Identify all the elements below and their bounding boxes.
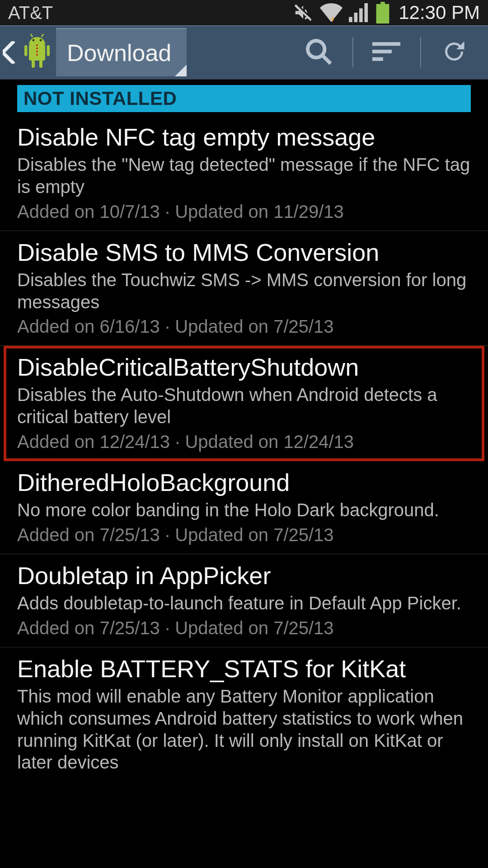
- list-item[interactable]: Disable NFC tag empty message Disables t…: [0, 116, 488, 231]
- module-description: Disables the Touchwiz SMS -> MMS convers…: [17, 269, 471, 313]
- carrier-label: AT&T: [8, 3, 53, 23]
- svg-line-11: [42, 34, 43, 37]
- module-description: No more color banding in the Holo Dark b…: [17, 499, 471, 521]
- status-bar: AT&T 12:30 PM: [0, 0, 488, 25]
- svg-point-9: [40, 39, 42, 41]
- tab-dropdown[interactable]: Download: [56, 28, 187, 76]
- module-list: Disable NFC tag empty message Disables t…: [0, 116, 488, 784]
- module-description: Disables the "New tag detected" message …: [17, 154, 471, 198]
- sort-icon: [372, 41, 400, 64]
- module-meta: Added on 6/16/13 · Updated on 7/25/13: [17, 316, 471, 337]
- list-item[interactable]: Disable SMS to MMS Conversion Disables t…: [0, 231, 488, 346]
- list-item[interactable]: DitheredHoloBackground No more color ban…: [0, 461, 488, 554]
- wifi-icon: [320, 2, 343, 23]
- svg-rect-15: [39, 60, 42, 68]
- list-item[interactable]: Doubletap in AppPicker Adds doubletap-to…: [0, 554, 488, 647]
- module-title: Doubletap in AppPicker: [17, 561, 471, 590]
- refresh-button[interactable]: [420, 25, 488, 79]
- svg-rect-6: [376, 4, 389, 24]
- mute-icon: [293, 2, 314, 23]
- svg-rect-4: [365, 3, 368, 22]
- module-title: Disable NFC tag empty message: [17, 123, 471, 151]
- tab-dropdown-label: Download: [67, 39, 171, 66]
- list-item-highlighted[interactable]: DisableCriticalBatteryShutdown Disables …: [4, 346, 484, 461]
- svg-point-17: [308, 41, 324, 57]
- module-meta: Added on 7/25/13 · Updated on 7/25/13: [17, 524, 471, 546]
- module-title: Enable BATTERY_STATS for KitKat: [17, 655, 471, 683]
- svg-rect-5: [380, 2, 385, 4]
- module-description: Adds doubletap-to-launch feature in Defa…: [17, 592, 471, 614]
- search-button[interactable]: [285, 25, 352, 79]
- svg-line-10: [31, 34, 33, 37]
- module-meta: Added on 12/24/13 · Updated on 12/24/13: [17, 431, 471, 453]
- svg-line-18: [322, 55, 331, 64]
- action-bar: Download: [0, 25, 488, 80]
- svg-rect-2: [354, 13, 358, 22]
- section-header-not-installed: NOT INSTALLED: [17, 85, 471, 112]
- android-robot-icon: [23, 33, 52, 71]
- back-button[interactable]: [0, 25, 56, 79]
- module-title: DitheredHoloBackground: [17, 468, 471, 496]
- module-meta: Added on 7/25/13 · Updated on 7/25/13: [17, 617, 471, 639]
- svg-rect-1: [349, 17, 352, 22]
- svg-rect-12: [24, 45, 27, 56]
- list-item[interactable]: Enable BATTERY_STATS for KitKat This mod…: [0, 647, 488, 784]
- svg-rect-13: [47, 45, 50, 56]
- dropdown-indicator-icon: [175, 65, 187, 76]
- module-meta: Added on 10/7/13 · Updated on 11/29/13: [17, 201, 471, 222]
- sort-button[interactable]: [352, 25, 420, 79]
- module-description: Disables the Auto-Shutdown when Android …: [17, 384, 471, 428]
- search-icon: [304, 37, 333, 68]
- refresh-icon: [441, 38, 468, 67]
- module-description: This mod will enable any Battery Monitor…: [17, 685, 471, 774]
- battery-icon: [376, 2, 389, 24]
- svg-rect-14: [32, 60, 35, 68]
- module-title: Disable SMS to MMS Conversion: [17, 238, 471, 266]
- signal-icon: [349, 3, 370, 22]
- clock-label: 12:30 PM: [399, 2, 480, 24]
- svg-rect-3: [359, 8, 363, 22]
- module-title: DisableCriticalBatteryShutdown: [17, 353, 471, 381]
- svg-point-8: [33, 39, 35, 41]
